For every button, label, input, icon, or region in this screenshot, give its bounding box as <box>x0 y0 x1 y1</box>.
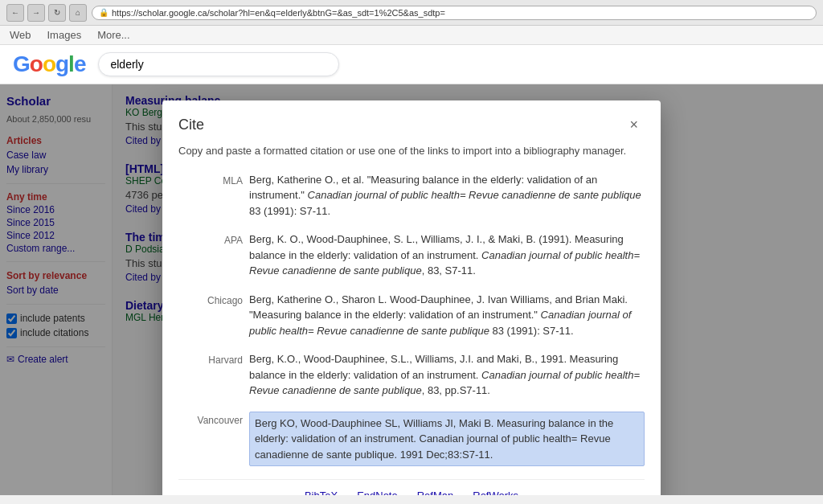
forward-button[interactable]: → <box>27 4 45 22</box>
refman-link[interactable]: RefMan <box>417 490 454 495</box>
browser-nav-buttons[interactable]: ← → ↻ ⌂ <box>6 4 87 22</box>
modal-description: Copy and paste a formatted citation or u… <box>178 143 645 159</box>
citation-style-mla: MLA <box>178 172 243 219</box>
google-logo: Google <box>13 51 85 77</box>
refworks-link[interactable]: RefWorks <box>473 490 518 495</box>
nav-images[interactable]: Images <box>47 29 82 41</box>
modal-close-button[interactable]: × <box>623 113 645 137</box>
modal-title: Cite <box>178 117 204 133</box>
citation-text-harvard: Berg, K.O., Wood-Dauphinee, S.L., Willia… <box>249 351 645 399</box>
modal-body: Copy and paste a formatted citation or u… <box>162 143 661 495</box>
citation-text-mla: Berg, Katherine O., et al. "Measuring ba… <box>249 172 645 219</box>
main-layout: Scholar About 2,850,000 resu Articles Ca… <box>0 84 823 495</box>
citation-highlighted-vancouver[interactable]: Berg KO, Wood-Dauphinee SL, Williams JI,… <box>249 412 645 467</box>
citation-row-vancouver: Vancouver Berg KO, Wood-Dauphinee SL, Wi… <box>178 412 645 467</box>
search-input[interactable] <box>110 58 327 71</box>
browser-bar: ← → ↻ ⌂ 🔒 https://scholar.google.ca/scho… <box>0 0 823 26</box>
back-button[interactable]: ← <box>6 4 24 22</box>
citation-row-apa: APA Berg, K. O., Wood-Dauphinee, S. L., … <box>178 232 645 279</box>
citation-text-apa: Berg, K. O., Wood-Dauphinee, S. L., Will… <box>249 232 645 279</box>
citation-row-chicago: Chicago Berg, Katherine O., Sharon L. Wo… <box>178 292 645 339</box>
lock-icon: 🔒 <box>99 8 109 17</box>
citation-style-vancouver: Vancouver <box>178 412 243 467</box>
citation-row-mla: MLA Berg, Katherine O., et al. "Measurin… <box>178 172 645 219</box>
top-nav: Web Images More... <box>0 26 823 45</box>
google-header: Google <box>0 45 823 84</box>
endnote-link[interactable]: EndNote <box>357 490 398 495</box>
bibtex-link[interactable]: BibTeX <box>305 490 338 495</box>
home-button[interactable]: ⌂ <box>69 4 87 22</box>
url-text: https://scholar.google.ca/scholar?hl=en&… <box>112 8 445 18</box>
nav-more[interactable]: More... <box>97 29 129 41</box>
url-bar[interactable]: 🔒 https://scholar.google.ca/scholar?hl=e… <box>92 6 817 20</box>
citation-style-apa: APA <box>178 232 243 279</box>
nav-web[interactable]: Web <box>10 29 31 41</box>
modal-header: Cite × <box>162 100 661 143</box>
modal-export-links: BibTeX EndNote RefMan RefWorks <box>178 479 645 495</box>
citation-style-chicago: Chicago <box>178 292 243 339</box>
modal-overlay[interactable]: Cite × Copy and paste a formatted citati… <box>0 84 823 495</box>
citation-row-harvard: Harvard Berg, K.O., Wood-Dauphinee, S.L.… <box>178 351 645 399</box>
citation-text-chicago: Berg, Katherine O., Sharon L. Wood-Dauph… <box>249 292 645 339</box>
search-box[interactable] <box>98 52 339 76</box>
citation-text-vancouver: Berg KO, Wood-Dauphinee SL, Williams JI,… <box>249 412 645 467</box>
citation-style-harvard: Harvard <box>178 351 243 399</box>
refresh-button[interactable]: ↻ <box>48 4 66 22</box>
cite-modal: Cite × Copy and paste a formatted citati… <box>162 100 661 495</box>
